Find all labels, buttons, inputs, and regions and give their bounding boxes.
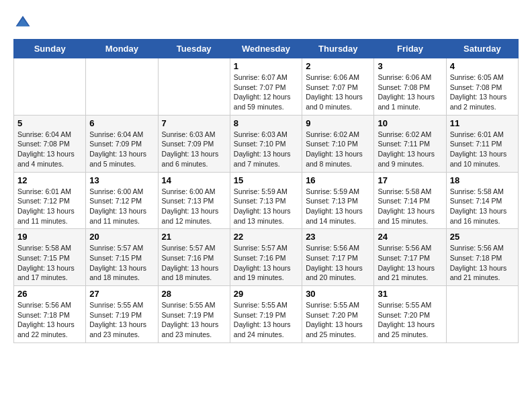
cell-daylight: Daylight: 13 hours and 25 minutes. [306,320,370,339]
calendar-cell: 10 Sunrise: 6:02 AM Sunset: 7:11 PM Dayl… [374,115,446,172]
cell-daylight: Daylight: 13 hours and 5 minutes. [89,149,154,169]
calendar-cell: 11 Sunrise: 6:01 AM Sunset: 7:11 PM Dayl… [446,115,518,172]
cell-sunset: Sunset: 7:20 PM [306,310,370,320]
day-number: 15 [234,175,298,185]
calendar-cell: 12 Sunrise: 6:01 AM Sunset: 7:12 PM Dayl… [14,172,86,229]
cell-sunrise: Sunrise: 6:00 AM [89,187,154,197]
cell-sunset: Sunset: 7:13 PM [234,196,298,206]
cell-daylight: Daylight: 13 hours and 4 minutes. [17,149,82,169]
cell-sunset: Sunset: 7:17 PM [378,253,442,263]
day-number: 31 [378,289,442,299]
calendar-cell: 31 Sunrise: 5:55 AM Sunset: 7:20 PM Dayl… [374,286,446,343]
cell-daylight: Daylight: 13 hours and 14 minutes. [306,206,370,226]
day-number: 21 [162,232,226,242]
cell-sunrise: Sunrise: 5:57 AM [89,243,154,253]
calendar-cell: 16 Sunrise: 5:59 AM Sunset: 7:13 PM Dayl… [302,172,374,229]
day-number: 26 [17,289,82,299]
calendar-cell: 17 Sunrise: 5:58 AM Sunset: 7:14 PM Dayl… [374,172,446,229]
cell-sunset: Sunset: 7:14 PM [450,196,515,206]
cell-daylight: Daylight: 13 hours and 19 minutes. [234,263,298,283]
day-number: 25 [450,232,515,242]
cell-sunset: Sunset: 7:15 PM [89,253,154,263]
cell-daylight: Daylight: 13 hours and 12 minutes. [162,206,226,226]
cell-sunset: Sunset: 7:19 PM [234,310,298,320]
cell-daylight: Daylight: 13 hours and 21 minutes. [450,263,515,283]
day-number: 17 [378,175,442,185]
cell-daylight: Daylight: 13 hours and 20 minutes. [306,263,370,283]
weekday-header-sunday: Sunday [14,40,86,58]
cell-daylight: Daylight: 13 hours and 8 minutes. [306,149,370,169]
cell-sunset: Sunset: 7:10 PM [306,139,370,149]
day-number: 13 [89,175,154,185]
cell-sunrise: Sunrise: 5:58 AM [378,187,442,197]
calendar-cell: 21 Sunrise: 5:57 AM Sunset: 7:16 PM Dayl… [158,229,230,286]
week-row-1: 1 Sunrise: 6:07 AM Sunset: 7:07 PM Dayli… [14,58,519,116]
day-number: 22 [234,232,298,242]
weekday-header-row: SundayMondayTuesdayWednesdayThursdayFrid… [14,40,519,58]
day-number: 7 [162,118,226,128]
cell-sunset: Sunset: 7:08 PM [450,83,515,93]
calendar-cell [14,58,86,116]
cell-sunset: Sunset: 7:19 PM [162,310,226,320]
cell-sunrise: Sunrise: 6:06 AM [306,73,370,83]
cell-sunrise: Sunrise: 5:56 AM [306,243,370,253]
cell-daylight: Daylight: 13 hours and 15 minutes. [378,206,442,226]
day-number: 5 [17,118,82,128]
calendar-cell: 13 Sunrise: 6:00 AM Sunset: 7:12 PM Dayl… [86,172,158,229]
cell-daylight: Daylight: 13 hours and 6 minutes. [162,149,226,169]
cell-daylight: Daylight: 13 hours and 0 minutes. [306,92,370,111]
day-number: 20 [89,232,154,242]
day-number: 27 [89,289,154,299]
cell-daylight: Daylight: 13 hours and 11 minutes. [89,206,154,226]
cell-daylight: Daylight: 13 hours and 25 minutes. [378,320,442,339]
cell-sunset: Sunset: 7:10 PM [234,139,298,149]
calendar-cell: 5 Sunrise: 6:04 AM Sunset: 7:08 PM Dayli… [14,115,86,172]
calendar-cell: 2 Sunrise: 6:06 AM Sunset: 7:07 PM Dayli… [302,58,374,116]
weekday-header-monday: Monday [86,40,158,58]
cell-sunrise: Sunrise: 6:04 AM [89,130,154,140]
cell-sunrise: Sunrise: 5:55 AM [234,300,298,310]
cell-sunset: Sunset: 7:15 PM [17,253,82,263]
cell-sunrise: Sunrise: 5:56 AM [378,243,442,253]
day-number: 14 [162,175,226,185]
cell-sunrise: Sunrise: 6:06 AM [378,73,442,83]
calendar-cell: 23 Sunrise: 5:56 AM Sunset: 7:17 PM Dayl… [302,229,374,286]
cell-daylight: Daylight: 13 hours and 2 minutes. [450,92,515,111]
cell-sunrise: Sunrise: 6:01 AM [450,130,515,140]
calendar-cell [446,286,518,343]
cell-sunset: Sunset: 7:13 PM [306,196,370,206]
cell-sunrise: Sunrise: 5:57 AM [162,243,226,253]
calendar-cell: 14 Sunrise: 6:00 AM Sunset: 7:13 PM Dayl… [158,172,230,229]
cell-sunset: Sunset: 7:18 PM [17,310,82,320]
calendar-cell: 24 Sunrise: 5:56 AM Sunset: 7:17 PM Dayl… [374,229,446,286]
cell-sunset: Sunset: 7:18 PM [450,253,515,263]
weekday-header-thursday: Thursday [302,40,374,58]
day-number: 11 [450,118,515,128]
day-number: 12 [17,175,82,185]
cell-daylight: Daylight: 13 hours and 17 minutes. [17,263,82,283]
calendar-cell: 15 Sunrise: 5:59 AM Sunset: 7:13 PM Dayl… [230,172,302,229]
cell-daylight: Daylight: 13 hours and 9 minutes. [378,149,442,169]
cell-daylight: Daylight: 13 hours and 21 minutes. [378,263,442,283]
calendar-cell: 8 Sunrise: 6:03 AM Sunset: 7:10 PM Dayli… [230,115,302,172]
cell-sunset: Sunset: 7:11 PM [378,139,442,149]
logo [13,13,35,32]
day-number: 18 [450,175,515,185]
calendar-cell: 26 Sunrise: 5:56 AM Sunset: 7:18 PM Dayl… [14,286,86,343]
cell-sunrise: Sunrise: 6:00 AM [162,187,226,197]
calendar-cell: 3 Sunrise: 6:06 AM Sunset: 7:08 PM Dayli… [374,58,446,116]
cell-sunrise: Sunrise: 5:55 AM [378,300,442,310]
cell-daylight: Daylight: 13 hours and 24 minutes. [234,320,298,339]
cell-daylight: Daylight: 13 hours and 22 minutes. [17,320,82,339]
calendar-cell: 29 Sunrise: 5:55 AM Sunset: 7:19 PM Dayl… [230,286,302,343]
cell-sunset: Sunset: 7:11 PM [450,139,515,149]
cell-sunset: Sunset: 7:09 PM [162,139,226,149]
cell-daylight: Daylight: 13 hours and 23 minutes. [89,320,154,339]
calendar-cell: 22 Sunrise: 5:57 AM Sunset: 7:16 PM Dayl… [230,229,302,286]
cell-sunrise: Sunrise: 5:57 AM [234,243,298,253]
cell-daylight: Daylight: 13 hours and 18 minutes. [89,263,154,283]
cell-sunset: Sunset: 7:07 PM [234,83,298,93]
calendar-cell: 25 Sunrise: 5:56 AM Sunset: 7:18 PM Dayl… [446,229,518,286]
cell-sunrise: Sunrise: 6:03 AM [234,130,298,140]
cell-sunrise: Sunrise: 6:03 AM [162,130,226,140]
